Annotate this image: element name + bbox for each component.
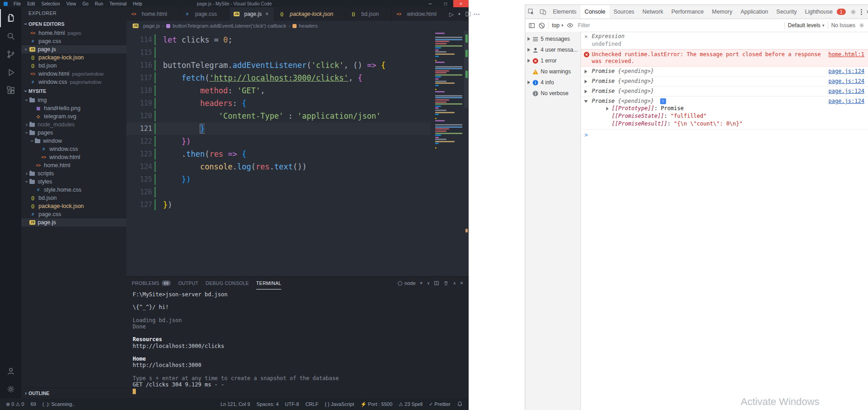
tree-item-page.js[interactable]: JSpage.js [21,218,126,227]
menu-terminal[interactable]: Terminal [106,1,130,6]
status-item[interactable]: ( .): Scanning.. [39,401,78,407]
breadcrumb-item[interactable]: page.js [143,23,160,29]
console-promise-row[interactable]: Promise {<pending>} page.js:124 [581,87,868,96]
log-levels-dropdown[interactable]: Default levels ▾ [788,22,825,29]
tree-item-window[interactable]: ›window [21,137,126,145]
status-item[interactable]: { } JavaScript [321,401,357,407]
panel-tab-output[interactable]: OUTPUT [178,277,198,289]
menu-edit[interactable]: Edit [24,1,38,6]
status-item[interactable]: Ln 121, Col 9 [217,401,253,407]
code-line-119[interactable]: 119 headers: { [126,97,431,110]
source-control-icon[interactable] [0,45,21,63]
more-actions-icon[interactable] [476,14,477,15]
console-sidebar-toggle-icon[interactable] [528,22,535,29]
code-line-121[interactable]: 121 } [126,122,431,135]
console-sidebar-no-verbose[interactable]: No verbose [525,88,580,99]
account-icon[interactable] [0,362,21,380]
console-sidebar-5-messages[interactable]: 5 messages [525,34,580,44]
expand-arrow-icon[interactable] [528,48,530,52]
console-settings-icon[interactable] [858,22,865,29]
device-toolbar-icon[interactable] [537,5,549,19]
close-editor-icon[interactable]: × [22,47,29,52]
console-sidebar-no-warnings[interactable]: No warnings [525,66,580,77]
open-editor-package-lock.json[interactable]: {}package-lock.json [21,53,126,62]
close-button[interactable]: × [453,0,469,7]
tree-item-style.home.css[interactable]: #style.home.css [21,186,126,194]
devtools-tab-memory[interactable]: Memory [708,5,736,19]
menu-help[interactable]: Help [130,1,146,6]
source-link[interactable]: home.html:1 [829,51,864,58]
panel-tab-terminal[interactable]: TERMINAL [256,277,282,289]
clear-console-icon[interactable] [538,22,545,29]
notifications-bell-icon[interactable] [454,401,466,408]
open-editors-header[interactable]: › OPEN EDITORS [21,19,126,29]
expand-arrow-icon[interactable] [528,59,530,63]
menu-go[interactable]: Go [79,1,91,6]
devtools-tab-lighthouse[interactable]: Lighthouse [801,5,837,19]
console-error-row[interactable]: Unchecked runtime.lastError: The message… [581,49,868,67]
issues-counter[interactable]: No Issues [831,22,855,29]
tab-home.html[interactable]: <>home.html [126,7,180,21]
devtools-close-icon[interactable]: × [866,8,868,15]
code-line-117[interactable]: 117 fetch('http://localhost:3000/clicks'… [126,72,431,84]
code-line-125[interactable]: 125 }) [126,173,431,186]
source-link[interactable]: page.js:124 [829,78,864,85]
status-item[interactable]: ✓ Prettier [426,401,454,407]
tree-item-styles[interactable]: ›styles [21,178,126,186]
overview-ruler[interactable] [464,31,469,276]
open-editor-home.html[interactable]: <>home.htmlpages [21,29,126,37]
status-item[interactable]: 69 [27,401,39,407]
live-expression-eye-icon[interactable] [566,22,574,29]
split-terminal-icon[interactable] [434,280,439,286]
run-file-icon[interactable]: ▷ [449,11,454,18]
run-dropdown-icon[interactable]: ▾ [458,12,460,16]
maximize-button[interactable]: □ [438,0,453,7]
search-icon[interactable] [0,27,21,45]
object-property-row[interactable]: [[Prototype]]: Promise [592,105,827,112]
js-context-selector[interactable]: top ▾ [552,22,563,29]
tab-package-lock.json[interactable]: {}package-lock.json [274,7,346,21]
kill-terminal-icon[interactable] [443,280,449,286]
tree-item-bd.json[interactable]: {}bd.json [21,194,126,202]
code-line-114[interactable]: 114let clicks = 0; [126,34,431,46]
status-item[interactable]: CRLF [302,401,321,407]
tree-item-pages[interactable]: ›pages [21,129,126,137]
object-property-row[interactable]: [[PromiseState]]: "fulfilled" [592,112,827,120]
code-line-115[interactable]: 115 [126,46,431,59]
source-link[interactable]: page.js:124 [829,98,864,105]
inspect-element-icon[interactable] [525,5,537,19]
status-item[interactable]: ⊗ 0 ⚠ 0 [3,401,27,407]
error-count-badge[interactable]: 1 [837,9,846,15]
panel-tab-problems[interactable]: PROBLEMS69 [132,277,171,289]
open-editor-bd.json[interactable]: {}bd.json [21,62,126,70]
explorer-icon[interactable] [0,9,21,27]
code-line-123[interactable]: 123 .then(res => { [126,148,431,160]
console-sidebar-4-user-messa-[interactable]: 4 user messa... [525,44,580,55]
devtools-tab-network[interactable]: Network [638,5,667,19]
workspace-header[interactable]: › MYSITE [21,86,126,96]
close-tab-icon[interactable]: × [264,11,270,17]
code-line-126[interactable]: 126 [126,186,431,198]
tree-item-telegram.svg[interactable]: ◇telegram.svg [21,112,126,121]
menu-file[interactable]: File [10,1,24,6]
code-line-124[interactable]: 124 console.log(res.text()) [126,160,431,173]
code-line-120[interactable]: 120 'Content-Type' : 'application/json' [126,110,431,122]
status-item[interactable]: ⚡ Port : 5500 [357,401,396,407]
live-expression-row[interactable]: ✕ Expression undefined [581,32,868,49]
close-panel-icon[interactable]: × [460,280,463,286]
tree-item-window.css[interactable]: #window.css [21,145,126,153]
tree-item-home.html[interactable]: <>home.html [21,161,126,169]
devtools-settings-icon[interactable] [850,9,857,15]
terminal-shell-picker[interactable]: node [398,280,415,286]
remove-expression-icon[interactable]: ✕ [585,33,588,40]
tree-item-img[interactable]: ›img [21,96,126,104]
console-sidebar-4-info[interactable]: 4 info [525,77,580,88]
settings-gear-icon[interactable] [0,380,21,398]
console-promise-row[interactable]: Promise {<pending>} page.js:124 [581,67,868,77]
tab-bd.json[interactable]: {}bd.json [346,7,392,21]
tab-window.html[interactable]: <>window.html [392,7,449,21]
minimize-button[interactable]: ─ [422,0,438,7]
new-terminal-icon[interactable]: + [420,280,423,286]
extensions-icon[interactable] [0,82,21,100]
devtools-tab-security[interactable]: Security [772,5,801,19]
